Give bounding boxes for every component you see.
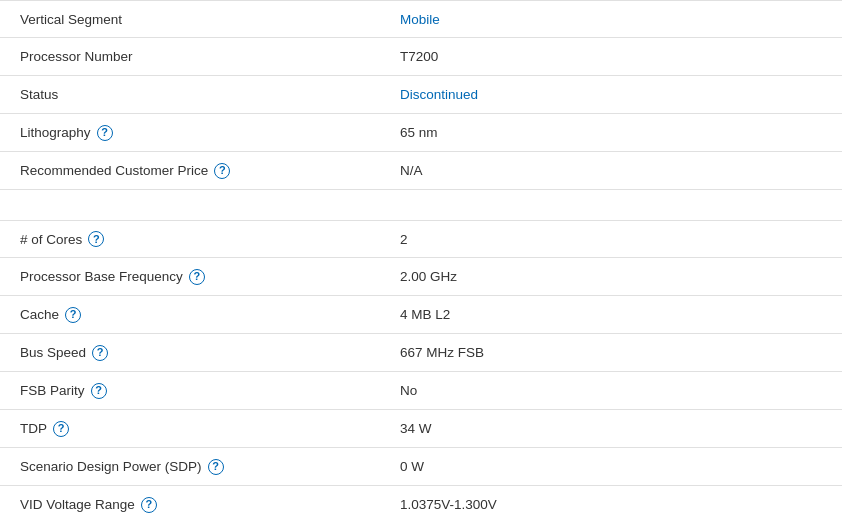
table-row: VID Voltage Range?1.0375V-1.300V xyxy=(0,486,842,521)
top-rows: Vertical SegmentMobileProcessor NumberT7… xyxy=(0,0,842,190)
help-icon[interactable]: ? xyxy=(189,269,205,285)
spec-value: N/A xyxy=(400,163,822,178)
table-row: Lithography?65 nm xyxy=(0,114,842,152)
table-row: Bus Speed?667 MHz FSB xyxy=(0,334,842,372)
help-icon[interactable]: ? xyxy=(97,125,113,141)
spec-value: 1.0375V-1.300V xyxy=(400,497,822,512)
spec-value: 34 W xyxy=(400,421,822,436)
spec-value: 667 MHz FSB xyxy=(400,345,822,360)
spec-label-text: VID Voltage Range xyxy=(20,497,135,512)
table-row: Scenario Design Power (SDP)?0 W xyxy=(0,448,842,486)
spec-label-text: Scenario Design Power (SDP) xyxy=(20,459,202,474)
help-icon[interactable]: ? xyxy=(214,163,230,179)
spec-label-text: Bus Speed xyxy=(20,345,86,360)
spec-label-text: # of Cores xyxy=(20,232,82,247)
spec-label: Recommended Customer Price? xyxy=(20,163,400,179)
table-row: FSB Parity?No xyxy=(0,372,842,410)
spec-label: Lithography? xyxy=(20,125,400,141)
help-icon[interactable]: ? xyxy=(91,383,107,399)
spec-value: 65 nm xyxy=(400,125,822,140)
performance-section: # of Cores?2Processor Base Frequency?2.0… xyxy=(0,190,842,521)
spec-label: # of Cores? xyxy=(20,231,400,247)
table-row: Vertical SegmentMobile xyxy=(0,0,842,38)
spec-label-text: Recommended Customer Price xyxy=(20,163,208,178)
spec-container: Vertical SegmentMobileProcessor NumberT7… xyxy=(0,0,842,521)
table-row: Recommended Customer Price?N/A xyxy=(0,152,842,190)
spec-value: Mobile xyxy=(400,12,822,27)
spec-label: TDP? xyxy=(20,421,400,437)
performance-rows: # of Cores?2Processor Base Frequency?2.0… xyxy=(0,220,842,521)
spec-label: Processor Base Frequency? xyxy=(20,269,400,285)
spec-label: Bus Speed? xyxy=(20,345,400,361)
table-row: TDP?34 W xyxy=(0,410,842,448)
spec-label: Vertical Segment xyxy=(20,12,400,27)
spec-value: 0 W xyxy=(400,459,822,474)
help-icon[interactable]: ? xyxy=(208,459,224,475)
spec-label-text: Vertical Segment xyxy=(20,12,122,27)
help-icon[interactable]: ? xyxy=(88,231,104,247)
performance-header xyxy=(0,190,842,220)
spec-label: Processor Number xyxy=(20,49,400,64)
spec-label-text: Processor Number xyxy=(20,49,133,64)
spec-value: Discontinued xyxy=(400,87,822,102)
spec-value: T7200 xyxy=(400,49,822,64)
help-icon[interactable]: ? xyxy=(92,345,108,361)
table-row: Processor NumberT7200 xyxy=(0,38,842,76)
spec-value: 2.00 GHz xyxy=(400,269,822,284)
help-icon[interactable]: ? xyxy=(141,497,157,513)
spec-value: No xyxy=(400,383,822,398)
spec-label-text: Cache xyxy=(20,307,59,322)
help-icon[interactable]: ? xyxy=(65,307,81,323)
table-row: Processor Base Frequency?2.00 GHz xyxy=(0,258,842,296)
spec-label-text: FSB Parity xyxy=(20,383,85,398)
table-row: # of Cores?2 xyxy=(0,220,842,258)
spec-label-text: Processor Base Frequency xyxy=(20,269,183,284)
spec-label-text: TDP xyxy=(20,421,47,436)
spec-label: FSB Parity? xyxy=(20,383,400,399)
spec-label: VID Voltage Range? xyxy=(20,497,400,513)
spec-value: 2 xyxy=(400,232,822,247)
spec-label-text: Status xyxy=(20,87,58,102)
spec-value: 4 MB L2 xyxy=(400,307,822,322)
spec-label-text: Lithography xyxy=(20,125,91,140)
spec-label: Scenario Design Power (SDP)? xyxy=(20,459,400,475)
help-icon[interactable]: ? xyxy=(53,421,69,437)
spec-label: Cache? xyxy=(20,307,400,323)
spec-label: Status xyxy=(20,87,400,102)
table-row: StatusDiscontinued xyxy=(0,76,842,114)
table-row: Cache?4 MB L2 xyxy=(0,296,842,334)
